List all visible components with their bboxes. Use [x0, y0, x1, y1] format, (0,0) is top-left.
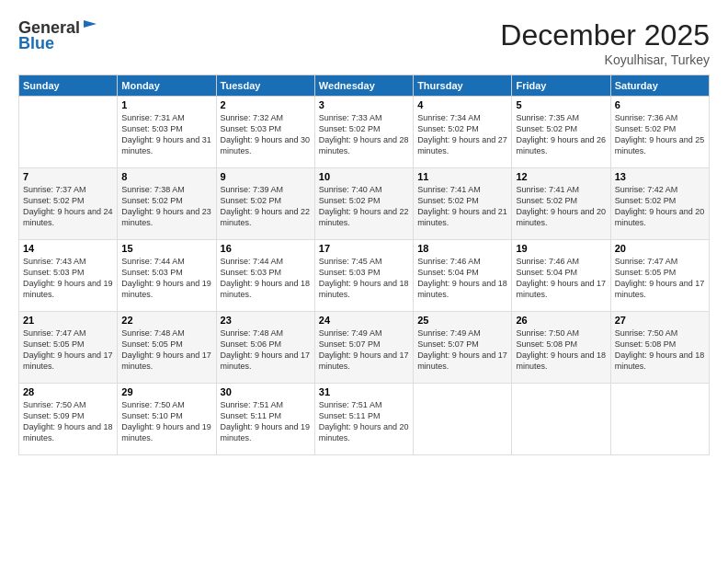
day-number: 2 — [221, 99, 311, 110]
day-info: Sunrise: 7:39 AMSunset: 5:02 PMDaylight:… — [221, 184, 311, 229]
table-row: 22Sunrise: 7:48 AMSunset: 5:05 PMDayligh… — [118, 312, 216, 384]
calendar-week-row: 14Sunrise: 7:43 AMSunset: 5:03 PMDayligh… — [19, 240, 710, 312]
day-info: Sunrise: 7:50 AMSunset: 5:08 PMDaylight:… — [516, 327, 606, 373]
day-info: Sunrise: 7:51 AMSunset: 5:11 PMDaylight:… — [319, 399, 409, 444]
day-info: Sunrise: 7:32 AMSunset: 5:03 PMDaylight:… — [221, 112, 311, 157]
table-row: 9Sunrise: 7:39 AMSunset: 5:02 PMDaylight… — [216, 168, 314, 240]
logo-flag-icon — [82, 18, 98, 35]
day-info: Sunrise: 7:44 AMSunset: 5:03 PMDaylight:… — [121, 256, 211, 301]
calendar-week-row: 1Sunrise: 7:31 AMSunset: 5:03 PMDaylight… — [19, 97, 710, 168]
day-number: 4 — [417, 99, 507, 110]
table-row — [19, 97, 118, 168]
day-number: 19 — [516, 243, 606, 254]
day-info: Sunrise: 7:51 AMSunset: 5:11 PMDaylight:… — [221, 399, 311, 444]
col-sunday: Sunday — [19, 75, 118, 97]
table-row: 19Sunrise: 7:46 AMSunset: 5:04 PMDayligh… — [512, 240, 610, 312]
table-row — [414, 384, 512, 455]
logo: General Blue — [18, 18, 98, 53]
table-row: 8Sunrise: 7:38 AMSunset: 5:02 PMDaylight… — [118, 168, 216, 240]
table-row: 24Sunrise: 7:49 AMSunset: 5:07 PMDayligh… — [314, 312, 413, 384]
day-info: Sunrise: 7:50 AMSunset: 5:09 PMDaylight:… — [23, 399, 113, 444]
location: Koyulhisar, Turkey — [500, 52, 710, 67]
table-row: 4Sunrise: 7:34 AMSunset: 5:02 PMDaylight… — [414, 97, 512, 168]
calendar-week-row: 28Sunrise: 7:50 AMSunset: 5:09 PMDayligh… — [19, 384, 710, 455]
day-number: 9 — [221, 171, 311, 182]
table-row — [512, 384, 610, 455]
day-info: Sunrise: 7:48 AMSunset: 5:05 PMDaylight:… — [121, 327, 211, 373]
day-number: 8 — [121, 171, 211, 182]
col-wednesday: Wednesday — [314, 75, 413, 97]
day-number: 5 — [516, 99, 606, 110]
day-info: Sunrise: 7:34 AMSunset: 5:02 PMDaylight:… — [417, 112, 507, 157]
table-row: 29Sunrise: 7:50 AMSunset: 5:10 PMDayligh… — [118, 384, 216, 455]
svg-marker-0 — [84, 20, 97, 28]
table-row: 13Sunrise: 7:42 AMSunset: 5:02 PMDayligh… — [610, 168, 709, 240]
col-tuesday: Tuesday — [216, 75, 314, 97]
day-number: 22 — [121, 315, 211, 326]
day-number: 3 — [319, 99, 409, 110]
day-info: Sunrise: 7:40 AMSunset: 5:02 PMDaylight:… — [319, 184, 409, 229]
day-number: 30 — [221, 386, 311, 397]
day-info: Sunrise: 7:49 AMSunset: 5:07 PMDaylight:… — [417, 327, 507, 373]
day-number: 12 — [516, 171, 606, 182]
day-number: 11 — [417, 171, 507, 182]
table-row: 10Sunrise: 7:40 AMSunset: 5:02 PMDayligh… — [314, 168, 413, 240]
day-info: Sunrise: 7:36 AMSunset: 5:02 PMDaylight:… — [615, 112, 705, 157]
table-row: 26Sunrise: 7:50 AMSunset: 5:08 PMDayligh… — [512, 312, 610, 384]
table-row: 11Sunrise: 7:41 AMSunset: 5:02 PMDayligh… — [414, 168, 512, 240]
day-number: 24 — [319, 315, 409, 326]
day-number: 17 — [319, 243, 409, 254]
day-info: Sunrise: 7:46 AMSunset: 5:04 PMDaylight:… — [417, 256, 507, 301]
day-info: Sunrise: 7:45 AMSunset: 5:03 PMDaylight:… — [319, 256, 409, 301]
day-number: 28 — [23, 386, 113, 397]
day-info: Sunrise: 7:38 AMSunset: 5:02 PMDaylight:… — [121, 184, 211, 229]
table-row: 23Sunrise: 7:48 AMSunset: 5:06 PMDayligh… — [216, 312, 314, 384]
day-number: 20 — [615, 243, 705, 254]
table-row: 20Sunrise: 7:47 AMSunset: 5:05 PMDayligh… — [610, 240, 709, 312]
col-friday: Friday — [512, 75, 610, 97]
day-info: Sunrise: 7:42 AMSunset: 5:02 PMDaylight:… — [615, 184, 705, 229]
table-row: 16Sunrise: 7:44 AMSunset: 5:03 PMDayligh… — [216, 240, 314, 312]
table-row: 14Sunrise: 7:43 AMSunset: 5:03 PMDayligh… — [19, 240, 118, 312]
day-number: 27 — [615, 315, 705, 326]
table-row: 2Sunrise: 7:32 AMSunset: 5:03 PMDaylight… — [216, 97, 314, 168]
day-number: 15 — [121, 243, 211, 254]
table-row: 15Sunrise: 7:44 AMSunset: 5:03 PMDayligh… — [118, 240, 216, 312]
day-info: Sunrise: 7:50 AMSunset: 5:08 PMDaylight:… — [615, 327, 705, 373]
day-info: Sunrise: 7:44 AMSunset: 5:03 PMDaylight:… — [221, 256, 311, 301]
day-number: 1 — [121, 99, 211, 110]
month-title: December 2025 — [500, 18, 710, 52]
day-info: Sunrise: 7:35 AMSunset: 5:02 PMDaylight:… — [516, 112, 606, 157]
day-info: Sunrise: 7:47 AMSunset: 5:05 PMDaylight:… — [615, 256, 705, 301]
day-number: 25 — [417, 315, 507, 326]
day-info: Sunrise: 7:43 AMSunset: 5:03 PMDaylight:… — [23, 256, 113, 301]
table-row: 1Sunrise: 7:31 AMSunset: 5:03 PMDaylight… — [118, 97, 216, 168]
day-number: 21 — [23, 315, 113, 326]
page: General Blue December 2025 Koyulhisar, T… — [0, 0, 728, 563]
calendar-week-row: 7Sunrise: 7:37 AMSunset: 5:02 PMDaylight… — [19, 168, 710, 240]
day-number: 18 — [417, 243, 507, 254]
calendar: Sunday Monday Tuesday Wednesday Thursday… — [18, 75, 710, 455]
day-info: Sunrise: 7:48 AMSunset: 5:06 PMDaylight:… — [221, 327, 311, 373]
day-number: 7 — [23, 171, 113, 182]
day-number: 31 — [319, 386, 409, 397]
day-number: 14 — [23, 243, 113, 254]
day-info: Sunrise: 7:49 AMSunset: 5:07 PMDaylight:… — [319, 327, 409, 373]
table-row: 27Sunrise: 7:50 AMSunset: 5:08 PMDayligh… — [610, 312, 709, 384]
col-monday: Monday — [118, 75, 216, 97]
day-info: Sunrise: 7:41 AMSunset: 5:02 PMDaylight:… — [516, 184, 606, 229]
col-saturday: Saturday — [610, 75, 709, 97]
calendar-header-row: Sunday Monday Tuesday Wednesday Thursday… — [19, 75, 710, 97]
day-number: 26 — [516, 315, 606, 326]
title-block: December 2025 Koyulhisar, Turkey — [500, 18, 710, 67]
day-info: Sunrise: 7:50 AMSunset: 5:10 PMDaylight:… — [121, 399, 211, 444]
calendar-week-row: 21Sunrise: 7:47 AMSunset: 5:05 PMDayligh… — [19, 312, 710, 384]
day-number: 10 — [319, 171, 409, 182]
table-row: 28Sunrise: 7:50 AMSunset: 5:09 PMDayligh… — [19, 384, 118, 455]
table-row: 21Sunrise: 7:47 AMSunset: 5:05 PMDayligh… — [19, 312, 118, 384]
table-row: 31Sunrise: 7:51 AMSunset: 5:11 PMDayligh… — [314, 384, 413, 455]
day-number: 16 — [221, 243, 311, 254]
table-row — [610, 384, 709, 455]
table-row: 7Sunrise: 7:37 AMSunset: 5:02 PMDaylight… — [19, 168, 118, 240]
day-number: 23 — [221, 315, 311, 326]
